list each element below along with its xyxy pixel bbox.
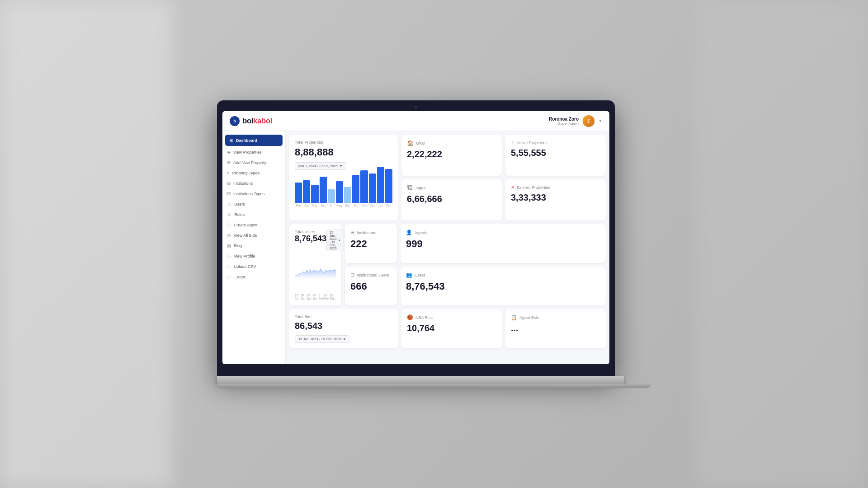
expired-properties-card: ✕ Expired Properties 3,33,333 [505,179,606,221]
blog-icon: ▤ [227,243,231,248]
ghar-value: 2,22,222 [407,149,496,160]
bar-oct: Oct [352,175,359,207]
total-bids-date-filter[interactable]: 15 Jan, 2023 - 15 Feb, 2023 ▼ [295,335,349,343]
sidebar-label-view-all-bids: View All Bids [234,233,257,238]
property-types-icon: ≡ [227,170,230,175]
view-properties-icon: ◈ [227,150,231,155]
sidebar-item-users[interactable]: ☺ Users [222,199,285,209]
upload-csv-icon: ◌ [227,264,231,269]
sidebar-item-view-properties[interactable]: ◈ View Properties [222,147,285,157]
institutional-users-value: 666 [350,281,392,292]
bar-apr: Apr [303,180,310,207]
chart-label-5feb: 5 Feb [319,294,324,300]
main-content: Total Properties 8,88,888 Mar 1, 2024 - … [286,131,609,364]
users-card-value: 8,76,543 [406,281,600,292]
roles-icon: ☺ [227,212,231,217]
institutions-card-value: 222 [350,238,392,250]
sidebar-item-property-types[interactable]: ≡ Property Types [222,168,285,178]
view-all-bids-icon: ◎ [227,233,231,238]
sidebar-item-view-profile[interactable]: ◌ View Profile [222,251,285,261]
active-properties-label: Active Properties [517,141,547,145]
manager-icon: ◌ [227,274,231,279]
view-profile-icon: ◌ [227,253,231,258]
bar-jul: Jul [328,189,335,207]
bar-feb: Feb [385,169,392,207]
agent-bids-value: ... [511,323,600,333]
sidebar: ⊞ Dashboard ◈ View Properties ⊕ Add New … [222,131,286,364]
chart-label-20jan: 20 Jan [301,294,307,300]
total-properties-label: Total Properties [295,140,392,145]
sidebar-item-add-property[interactable]: ⊕ Add New Property [222,157,285,168]
bar-sep: Sep [344,187,351,207]
sidebar-item-create-agent[interactable]: ◌ Create Agent [222,220,285,230]
sidebar-label-dashboard: Dashboard [236,138,257,143]
sidebar-item-roles[interactable]: ☺ Roles [222,209,285,220]
add-property-icon: ⊕ [227,160,231,165]
sidebar-label-users: Users [234,202,245,206]
sidebar-item-institutions[interactable]: ⊟ Institutions [222,178,285,188]
total-users-date-filter[interactable]: 15 Jan, 2023 - 15 Feb, 2023 ▼ [326,230,344,251]
total-properties-date-filter[interactable]: Mar 1, 2024 - Feb 3, 2025 ▼ [295,162,346,170]
jagga-card: 🏗 Jagga 6,66,666 [401,179,502,221]
total-users-chevron-icon: ▼ [338,239,341,242]
sidebar-label-upload-csv: Upload CSV [234,264,256,269]
sidebar-label-view-properties: View Properties [233,150,262,155]
jagga-icon: 🏗 [407,185,412,191]
sidebar-label-manager: ...ager [234,275,245,279]
users-card-label: Users [415,273,425,277]
user-name: Roronoa Zoro [549,117,579,122]
agents-card: 👤 Agents 999 [401,224,606,263]
users-icon: ☺ [227,202,231,206]
nba-bids-icon: 🏀 [407,314,413,320]
expired-properties-value: 3,33,333 [511,192,600,203]
sidebar-item-blog[interactable]: ▤ Blog [222,240,285,251]
users-card: 👥 Users 8,76,543 [401,267,606,305]
institutional-users-label: Institutional Users [357,273,389,277]
agent-bids-label: Agent Bids [519,315,539,320]
dashboard-icon: ⊞ [230,138,233,143]
header-user[interactable]: Roronoa Zoro Super Admin Z ▼ [549,115,602,127]
create-agent-icon: ◌ [227,222,231,227]
total-users-card: Total Users 8,76,543 15 Jan, 2023 - 15 F… [289,224,341,305]
institutions-card-icon: ⊟ [350,230,354,235]
dropdown-chevron-icon[interactable]: ▼ [599,119,602,123]
bar-jan: Jan [377,167,384,207]
chart-label-10feb: 10 Feb [324,294,330,300]
logo-text: bolkabol [242,117,272,126]
sidebar-label-view-profile: View Profile [234,254,255,258]
sidebar-label-create-agent: Create Agent [234,223,258,227]
sidebar-item-manager[interactable]: ◌ ...ager [222,272,285,282]
agents-card-value: 999 [406,238,600,250]
chart-label-30jan: 30 Jan [312,294,318,300]
institutions-card: ⊟ Institutions 222 [345,224,397,263]
sidebar-item-view-all-bids[interactable]: ◎ View All Bids [222,230,285,240]
total-properties-card: Total Properties 8,88,888 Mar 1, 2024 - … [289,135,398,221]
institutions-card-label: Institutions [357,230,376,235]
sidebar-label-property-types: Property Types [232,171,259,175]
chart-label-15feb: 15 Feb [330,294,336,300]
active-properties-value: 5,55,555 [511,148,600,158]
bar-dec: Dec [369,174,376,207]
bar-aug: Aug [336,181,343,207]
agent-bids-card: 📋 Agent Bids ... [505,309,606,348]
total-users-value: 8,76,543 [295,234,326,244]
expired-properties-icon: ✕ [511,185,514,190]
ghar-icon: 🏠 [407,140,414,146]
total-bids-chevron-icon: ▼ [343,338,346,341]
chart-label-25jan: 25 Jan [307,294,312,300]
sidebar-item-institutions-types[interactable]: ⊟ Institutions Types [222,188,285,199]
total-bids-date-text: 15 Jan, 2023 - 15 Feb, 2023 [298,337,341,341]
logo-icon: b [230,116,240,126]
jagga-label: Jagga [415,186,426,190]
total-properties-value: 8,88,888 [295,146,392,158]
app-header: b bolkabol Roronoa Zoro Super Admin Z ▼ [222,111,609,131]
nba-bids-value: 10,764 [407,323,496,333]
nba-bids-label: NBA Bids [415,315,433,320]
user-role: Super Admin [549,122,579,126]
sidebar-label-add-property: Add New Property [233,160,266,165]
user-info: Roronoa Zoro Super Admin [549,117,579,126]
agents-card-icon: 👤 [406,230,412,235]
institutions-types-icon: ⊟ [227,191,231,196]
sidebar-item-upload-csv[interactable]: ◌ Upload CSV [222,261,285,272]
sidebar-item-dashboard[interactable]: ⊞ Dashboard [225,135,283,146]
